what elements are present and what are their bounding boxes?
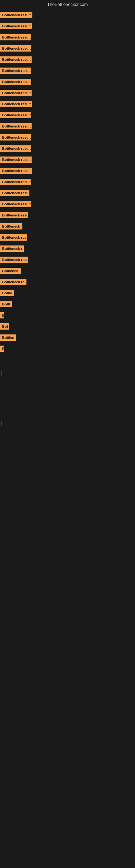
- bottleneck-bar: Bottle: [0, 290, 135, 296]
- list-item: Bottle: [0, 290, 135, 296]
- bottleneck-label: Bottleneck result: [0, 134, 31, 141]
- site-title: TheBottlenecker.com: [0, 0, 135, 9]
- bars-container: Bottleneck resultBottleneck resultBottle…: [0, 9, 135, 434]
- bottleneck-bar: Bottleneck result: [0, 45, 135, 52]
- list-item: Bottleneck result: [0, 201, 135, 207]
- list-item: |: [0, 420, 135, 426]
- bottleneck-label: Bottleneck result: [0, 90, 32, 96]
- bottleneck-bar: Bottleneck result: [0, 167, 135, 174]
- bottleneck-label: Bottleneck result: [0, 112, 31, 118]
- bottleneck-bar: Bottleneck result: [0, 145, 135, 152]
- list-item: Bottleneck: [0, 223, 135, 229]
- list-item: |: [0, 370, 135, 376]
- bottleneck-label: Bottleneck res: [0, 235, 27, 241]
- bottleneck-label: Bottleneck resu: [0, 257, 28, 263]
- bottleneck-label: Bottleneck r: [0, 246, 24, 252]
- list-item: Bottleneck result: [0, 112, 135, 118]
- bottleneck-label: Bottlen: [0, 335, 16, 341]
- bottleneck-bar: Bottleneck result: [0, 12, 135, 18]
- bottleneck-bar: Bottleneck: [0, 223, 135, 229]
- bottleneck-bar: Bot: [0, 323, 135, 330]
- list-item: Bottlenec: [0, 268, 135, 274]
- bottleneck-label: Bottleneck result: [0, 101, 32, 107]
- separator-line: |: [0, 370, 135, 376]
- list-item: Bottleneck resu: [0, 212, 135, 218]
- list-item: Bottleneck result: [0, 145, 135, 152]
- list-item: Bottleneck res: [0, 235, 135, 241]
- bottleneck-bar: Bottleneck result: [0, 112, 135, 118]
- list-item: Bottleneck result: [0, 45, 135, 52]
- list-item: Bottleneck re: [0, 279, 135, 285]
- bottleneck-label: Bottleneck result: [0, 123, 32, 129]
- separator-line: |: [0, 420, 135, 426]
- list-item: Bottleneck result: [0, 179, 135, 185]
- list-item: Bottleneck r: [0, 246, 135, 252]
- bottleneck-label: Bottleneck result: [0, 79, 31, 85]
- bottleneck-label: Bottleneck result: [0, 45, 31, 52]
- bottleneck-bar: Bottlen: [0, 335, 135, 341]
- list-item: Bottleneck result: [0, 190, 135, 196]
- bottleneck-bar: Bottleneck result: [0, 23, 135, 29]
- bottleneck-label: Bottleneck result: [0, 23, 32, 29]
- bottleneck-bar: Bottleneck res: [0, 235, 135, 241]
- bottleneck-label: B: [0, 346, 4, 352]
- list-item: Bottleneck result: [0, 23, 135, 29]
- bottleneck-bar: B: [0, 346, 135, 352]
- bottleneck-bar: Bottl: [0, 301, 135, 307]
- list-item: Bottleneck result: [0, 101, 135, 107]
- bottleneck-bar: Bottlenec: [0, 268, 135, 274]
- bottleneck-label: Bottleneck re: [0, 279, 27, 285]
- bottleneck-label: Bottleneck result: [0, 56, 32, 63]
- bottleneck-label: Bottl: [0, 301, 12, 307]
- bottleneck-bar: Bottleneck result: [0, 190, 135, 196]
- bottleneck-bar: Bottleneck result: [0, 90, 135, 96]
- list-item: Bottleneck result: [0, 67, 135, 74]
- bottleneck-bar: Bottleneck result: [0, 79, 135, 85]
- bottleneck-label: Bottleneck result: [0, 190, 30, 196]
- bottleneck-label: Bottlenec: [0, 268, 21, 274]
- bottleneck-label: B: [0, 312, 4, 318]
- list-item: Bottlen: [0, 335, 135, 341]
- list-item: Bottleneck result: [0, 123, 135, 129]
- list-item: B: [0, 346, 135, 352]
- list-item: Bottleneck result: [0, 79, 135, 85]
- bottleneck-bar: Bottleneck result: [0, 201, 135, 207]
- bottleneck-label: Bottleneck result: [0, 201, 31, 207]
- bottleneck-label: Bottleneck result: [0, 34, 31, 40]
- list-item: [0, 357, 135, 365]
- bottleneck-bar: Bottleneck result: [0, 134, 135, 141]
- bottleneck-bar: Bottleneck result: [0, 179, 135, 185]
- bottleneck-label: Bottleneck result: [0, 12, 32, 18]
- bottleneck-bar: Bottleneck resu: [0, 257, 135, 263]
- list-item: [0, 381, 135, 389]
- bottleneck-label: Bottleneck result: [0, 179, 31, 185]
- bottleneck-bar: Bottleneck result: [0, 34, 135, 40]
- bottleneck-bar: Bottleneck result: [0, 156, 135, 163]
- list-item: Bottleneck resu: [0, 257, 135, 263]
- list-item: B: [0, 312, 135, 318]
- list-item: [0, 407, 135, 415]
- bottleneck-label: Bot: [0, 323, 9, 330]
- bottleneck-label: Bottleneck result: [0, 67, 31, 74]
- bottleneck-bar: B: [0, 312, 135, 318]
- list-item: Bottleneck result: [0, 156, 135, 163]
- bottleneck-bar: Bottleneck result: [0, 123, 135, 129]
- list-item: Bottleneck result: [0, 90, 135, 96]
- list-item: Bottleneck result: [0, 56, 135, 63]
- list-item: Bottleneck result: [0, 12, 135, 18]
- bottleneck-label: Bottleneck resu: [0, 212, 28, 218]
- bottleneck-bar: Bottleneck resu: [0, 212, 135, 218]
- bottleneck-bar: Bottleneck result: [0, 67, 135, 74]
- list-item: [0, 394, 135, 402]
- bottleneck-bar: Bottleneck re: [0, 279, 135, 285]
- bottleneck-bar: Bottleneck result: [0, 101, 135, 107]
- bottleneck-label: Bottleneck result: [0, 156, 32, 163]
- list-item: Bot: [0, 323, 135, 330]
- list-item: Bottleneck result: [0, 34, 135, 40]
- list-item: Bottleneck result: [0, 167, 135, 174]
- bottleneck-label: Bottleneck result: [0, 167, 32, 174]
- bottleneck-bar: Bottleneck r: [0, 246, 135, 252]
- list-item: Bottleneck result: [0, 134, 135, 141]
- bottleneck-label: Bottle: [0, 290, 14, 296]
- bottleneck-label: Bottleneck: [0, 223, 22, 229]
